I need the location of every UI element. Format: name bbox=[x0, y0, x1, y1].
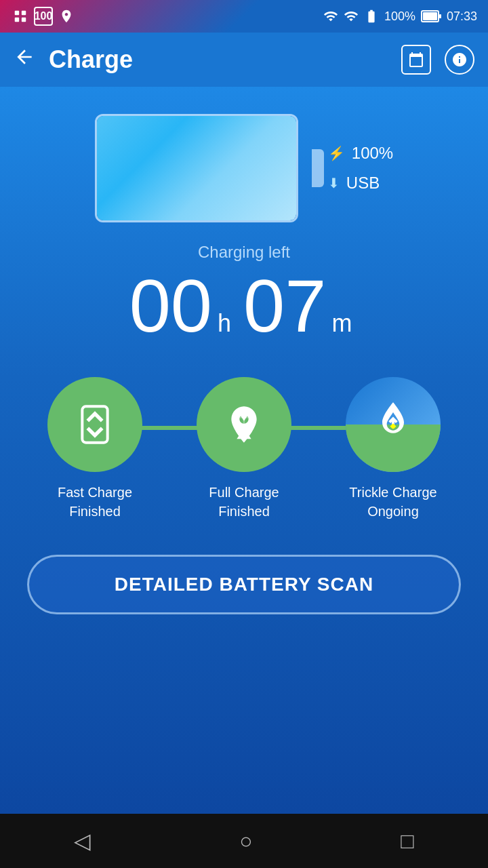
trickle-charge-label: Trickle Charge Ongoing bbox=[349, 483, 436, 521]
status-bar: 100 100% 07:33 bbox=[0, 0, 488, 33]
hours-value: 00 bbox=[129, 269, 212, 343]
svg-rect-6 bbox=[439, 14, 441, 18]
detailed-scan-button[interactable]: DETAILED BATTERY SCAN bbox=[27, 555, 461, 614]
minutes-unit: m bbox=[331, 309, 352, 338]
svg-rect-0 bbox=[15, 11, 19, 15]
status-left: 100 bbox=[11, 7, 76, 26]
charging-label: Charging left bbox=[198, 243, 290, 262]
nav-bar: ◁ ○ □ bbox=[0, 814, 488, 868]
notif-icon-3 bbox=[57, 7, 76, 26]
battery-status-icon bbox=[364, 9, 379, 24]
battery-percent-stat: ⚡ 100% bbox=[328, 144, 393, 163]
usb-icon: ⬇ bbox=[328, 175, 340, 191]
battery-info: ⚡ 100% ⬇ USB bbox=[328, 144, 393, 193]
nav-back-button[interactable]: ◁ bbox=[60, 821, 104, 861]
wifi-icon bbox=[344, 9, 359, 24]
notif-icon-1 bbox=[11, 7, 30, 26]
stage-trickle-charge: Trickle Charge Ongoing bbox=[319, 377, 468, 521]
main-content: ⚡ 100% ⬇ USB Charging left 00 h 07 m bbox=[0, 87, 488, 814]
battery-full-icon bbox=[421, 10, 441, 22]
battery-body bbox=[95, 114, 298, 222]
battery-percent-value: 100% bbox=[352, 144, 393, 163]
fast-charge-circle bbox=[47, 377, 142, 472]
status-right: 100% 07:33 bbox=[323, 9, 477, 24]
time-text: 07:33 bbox=[447, 9, 477, 24]
battery-tip bbox=[312, 149, 324, 187]
nav-home-button[interactable]: ○ bbox=[226, 822, 266, 861]
calendar-button[interactable] bbox=[401, 45, 431, 75]
minutes-value: 07 bbox=[243, 269, 326, 343]
hours-unit: h bbox=[218, 309, 231, 338]
signal-icon bbox=[323, 9, 338, 24]
full-charge-label: Full Charge Finished bbox=[209, 483, 279, 521]
stage-fast-charge: Fast Charge Finished bbox=[20, 377, 169, 521]
time-display: 00 h 07 m bbox=[129, 269, 359, 343]
battery-fill bbox=[97, 116, 296, 220]
nav-recent-button[interactable]: □ bbox=[387, 822, 427, 861]
svg-rect-1 bbox=[22, 11, 26, 15]
battery-visual bbox=[95, 114, 312, 222]
page-title: Charge bbox=[49, 45, 401, 74]
charging-stages: Fast Charge Finished Full Charge Finishe… bbox=[20, 377, 468, 521]
full-charge-circle bbox=[197, 377, 291, 472]
battery-connection-stat: ⬇ USB bbox=[328, 174, 393, 193]
svg-rect-3 bbox=[22, 18, 26, 22]
lightning-icon: ⚡ bbox=[328, 145, 345, 161]
svg-rect-5 bbox=[423, 12, 437, 20]
header: Charge bbox=[0, 33, 488, 87]
back-button[interactable] bbox=[14, 46, 35, 73]
info-button[interactable] bbox=[445, 45, 474, 75]
header-actions bbox=[401, 45, 474, 75]
trickle-charge-circle bbox=[346, 377, 441, 472]
svg-rect-2 bbox=[15, 18, 19, 22]
battery-display: ⚡ 100% ⬇ USB bbox=[95, 114, 393, 222]
trickle-icon-inner bbox=[371, 399, 415, 451]
stage-full-charge: Full Charge Finished bbox=[169, 377, 319, 521]
battery-percent-text: 100% bbox=[384, 9, 415, 24]
battery-connection-value: USB bbox=[346, 174, 380, 193]
fast-charge-label: Fast Charge Finished bbox=[58, 483, 132, 521]
notif-icon-2: 100 bbox=[34, 7, 53, 26]
